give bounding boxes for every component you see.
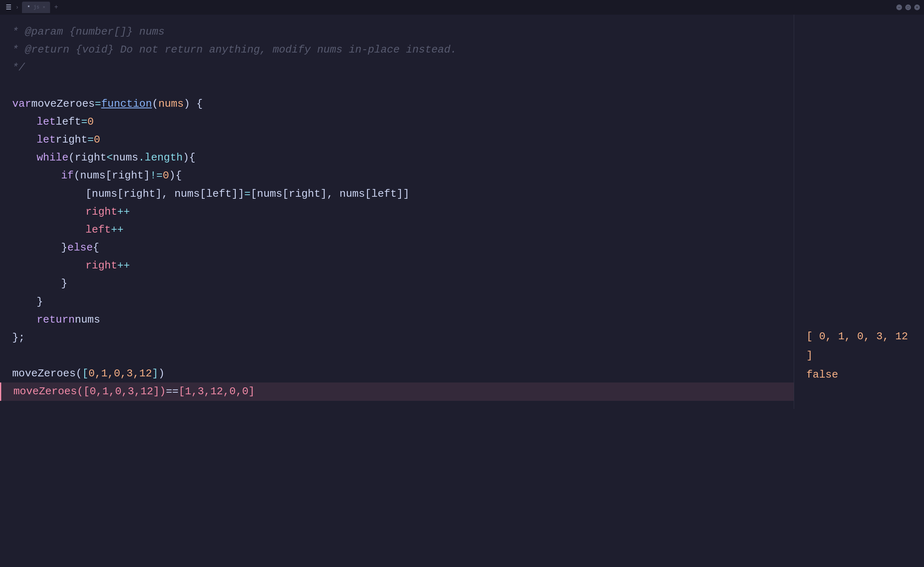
active-tab[interactable]: * js × (22, 2, 50, 13)
code-line-call1: moveZeroes( [ 0,1,0,3,12 ] ) (0, 365, 794, 382)
code-line: }; (0, 329, 794, 347)
code-line: } (0, 293, 794, 311)
forward-icon[interactable]: › (15, 4, 19, 11)
code-editor[interactable]: * @param {number[]} nums * @return {void… (0, 15, 794, 409)
code-line: right ++ (0, 203, 794, 221)
tab-label: * (27, 4, 30, 11)
minimize-button[interactable]: – (896, 4, 902, 10)
code-line: left ++ (0, 221, 794, 239)
tab-add-icon[interactable]: + (52, 4, 61, 11)
code-line: } else { (0, 239, 794, 257)
code-line: * @return {void} Do not return anything,… (0, 41, 794, 59)
tab-title: js (33, 4, 39, 10)
result-array: [ 0, 1, 0, 3, 12 ] (806, 327, 912, 365)
app-window: ☰ › * js × + – □ × (0, 0, 924, 409)
maximize-button[interactable]: □ (905, 4, 911, 10)
code-line: while (right < nums . length ){ (0, 149, 794, 167)
code-line: let right = 0 (0, 131, 794, 149)
code-line-empty (0, 347, 794, 365)
code-line: [nums[right], nums[left]] = [nums[right]… (0, 185, 794, 203)
code-line: let left = 0 (0, 113, 794, 131)
code-line: if (nums[right] != 0 ){ (0, 167, 794, 185)
code-line: */ (0, 59, 794, 77)
tab-close-icon[interactable]: × (43, 5, 46, 10)
title-bar: ☰ › * js × + – □ × (0, 0, 924, 15)
code-line: } (0, 275, 794, 292)
code-line: var moveZeroes = function ( nums ) { (0, 95, 794, 113)
code-line: * @param {number[]} nums (0, 23, 794, 41)
comment-text: * @return {void} Do not return anything,… (12, 41, 457, 59)
comment-text: */ (12, 59, 25, 77)
code-line: right ++ (0, 257, 794, 275)
code-line-empty (0, 77, 794, 95)
code-line-call2: moveZeroes( [0,1,0,3,12]) == [1,3,12,0,0… (0, 382, 794, 400)
hamburger-icon[interactable]: ☰ (4, 2, 13, 13)
comment-text: * @param {number[]} nums (12, 23, 164, 41)
code-line: return nums (0, 311, 794, 329)
close-button[interactable]: × (914, 4, 920, 10)
result-bool: false (806, 365, 912, 385)
main-layout: * @param {number[]} nums * @return {void… (0, 15, 924, 409)
right-panel: [ 0, 1, 0, 3, 12 ] false (794, 15, 924, 409)
